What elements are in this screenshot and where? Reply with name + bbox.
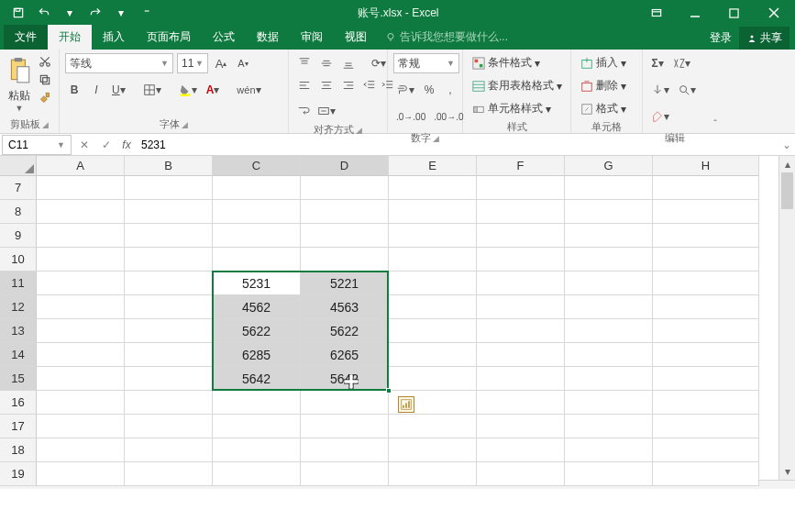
fill-color-button[interactable]: ▾ — [176, 80, 200, 100]
cell-D11[interactable]: 5221 — [301, 272, 389, 295]
align-right-button[interactable] — [338, 75, 359, 95]
collapse-ribbon-button[interactable]: ˆ — [713, 118, 717, 129]
delete-cells-button[interactable]: 删除▾ — [577, 76, 630, 95]
italic-button[interactable]: I — [87, 80, 105, 100]
share-button[interactable]: 共享 — [739, 27, 789, 50]
tab-data[interactable]: 数据 — [246, 25, 290, 50]
merge-center-button[interactable]: ▾ — [315, 101, 338, 121]
select-all-corner[interactable] — [0, 156, 37, 176]
cell-C15[interactable]: 5642 — [213, 367, 301, 391]
tab-view[interactable]: 视图 — [334, 25, 378, 50]
scroll-down-button[interactable]: ▾ — [779, 463, 795, 480]
ribbon-options-button[interactable] — [637, 0, 676, 26]
comma-button[interactable]: , — [441, 80, 459, 100]
tab-formulas[interactable]: 公式 — [202, 25, 246, 50]
tab-file[interactable]: 文件 — [4, 25, 48, 50]
tab-home[interactable]: 开始 — [48, 25, 92, 50]
cell-C11[interactable]: 5231 — [213, 272, 301, 295]
redo-dropdown[interactable]: ▾ — [108, 2, 134, 24]
decrease-indent-button[interactable] — [360, 75, 379, 95]
vertical-scrollbar[interactable]: ▴ ▾ — [778, 156, 795, 480]
font-launcher[interactable]: ◢ — [182, 120, 188, 129]
copy-button[interactable] — [37, 72, 53, 88]
cell-D13[interactable]: 5622 — [301, 319, 389, 343]
col-header[interactable]: A — [37, 156, 125, 176]
row-header[interactable]: 18 — [0, 438, 37, 462]
decrease-decimal-button[interactable]: .00→.0 — [431, 106, 466, 127]
format-painter-button[interactable] — [37, 90, 53, 106]
row-header[interactable]: 9 — [0, 224, 37, 248]
bold-button[interactable]: B — [65, 80, 83, 100]
redo-button[interactable] — [83, 2, 108, 24]
borders-button[interactable]: ▾ — [140, 80, 164, 100]
paste-dropdown[interactable]: ▼ — [16, 104, 24, 113]
autosum-button[interactable]: Σ▾ — [648, 53, 667, 73]
align-top-button[interactable] — [294, 53, 315, 73]
insert-cells-button[interactable]: 插入▾ — [577, 53, 630, 72]
sort-filter-button[interactable]: ▾ — [669, 53, 693, 73]
col-header[interactable]: C — [213, 156, 301, 176]
tab-insert[interactable]: 插入 — [92, 25, 136, 50]
increase-font-button[interactable]: A▴ — [212, 53, 230, 73]
qat-customize[interactable]: ⁼ — [134, 2, 160, 24]
format-as-table-button[interactable]: 套用表格格式▾ — [469, 76, 566, 95]
increase-decimal-button[interactable]: .0→.00 — [393, 106, 428, 127]
cancel-formula-button[interactable]: ✕ — [73, 139, 95, 151]
close-button[interactable] — [753, 0, 795, 26]
tab-review[interactable]: 审阅 — [290, 25, 334, 50]
underline-button[interactable]: U▾ — [109, 80, 128, 100]
align-launcher[interactable]: ◢ — [356, 126, 362, 135]
align-bottom-button[interactable] — [338, 53, 359, 73]
expand-formula-bar[interactable]: ⌄ — [778, 139, 795, 151]
align-left-button[interactable] — [294, 75, 315, 95]
login-link[interactable]: 登录 — [710, 30, 732, 46]
cell-C12[interactable]: 4562 — [213, 295, 301, 319]
format-cells-button[interactable]: 格式▾ — [577, 99, 630, 118]
undo-dropdown[interactable]: ▾ — [57, 2, 83, 24]
quick-analysis-button[interactable] — [398, 396, 414, 413]
scroll-up-button[interactable]: ▴ — [779, 156, 795, 172]
cut-button[interactable] — [37, 53, 53, 70]
conditional-format-button[interactable]: 条件格式▾ — [469, 53, 544, 72]
cells-area[interactable]: 52315221 45624563 56225622 62856265 5642… — [37, 176, 778, 486]
find-select-button[interactable]: ▾ — [675, 80, 699, 100]
row-header[interactable]: 12 — [0, 295, 37, 319]
row-header[interactable]: 13 — [0, 319, 37, 343]
clear-button[interactable]: ▾ — [648, 106, 672, 127]
enter-formula-button[interactable]: ✓ — [95, 139, 117, 151]
row-header[interactable]: 19 — [0, 462, 37, 486]
font-name-combo[interactable]: 等线▼ — [65, 53, 173, 73]
clipboard-launcher[interactable]: ◢ — [42, 120, 49, 129]
cell-C13[interactable]: 5622 — [213, 319, 301, 343]
row-header[interactable]: 11 — [0, 272, 37, 295]
fill-handle[interactable] — [386, 388, 392, 393]
cell-D14[interactable]: 6265 — [301, 343, 389, 367]
insert-function-button[interactable]: fx — [117, 139, 136, 151]
name-box[interactable]: C11▼ — [2, 135, 72, 155]
col-header[interactable]: D — [301, 156, 389, 176]
col-header[interactable]: E — [389, 156, 477, 176]
maximize-button[interactable] — [714, 0, 753, 26]
percent-button[interactable]: % — [420, 80, 438, 100]
row-header[interactable]: 15 — [0, 367, 37, 391]
tell-me-box[interactable]: 告诉我您想要做什么... — [378, 25, 710, 50]
align-middle-button[interactable] — [316, 53, 337, 73]
row-header[interactable]: 7 — [0, 176, 37, 200]
row-header[interactable]: 8 — [0, 200, 37, 224]
scroll-thumb[interactable] — [781, 172, 793, 209]
save-button[interactable] — [6, 2, 31, 24]
wrap-text-button[interactable] — [294, 101, 313, 121]
minimize-button[interactable] — [676, 0, 714, 26]
fill-button[interactable]: ▾ — [648, 80, 672, 100]
phonetic-button[interactable]: wén▾ — [234, 80, 263, 100]
col-header[interactable]: B — [125, 156, 213, 176]
cell-C14[interactable]: 6285 — [213, 343, 301, 367]
col-header[interactable]: G — [565, 156, 653, 176]
cell-D12[interactable]: 4563 — [301, 295, 389, 319]
cell-D15[interactable]: 5642 — [301, 367, 389, 391]
accounting-format-button[interactable]: ▾ — [393, 80, 417, 100]
align-center-button[interactable] — [316, 75, 337, 95]
decrease-font-button[interactable]: A▾ — [234, 53, 252, 73]
row-header[interactable]: 16 — [0, 391, 37, 415]
undo-button[interactable] — [31, 2, 57, 24]
